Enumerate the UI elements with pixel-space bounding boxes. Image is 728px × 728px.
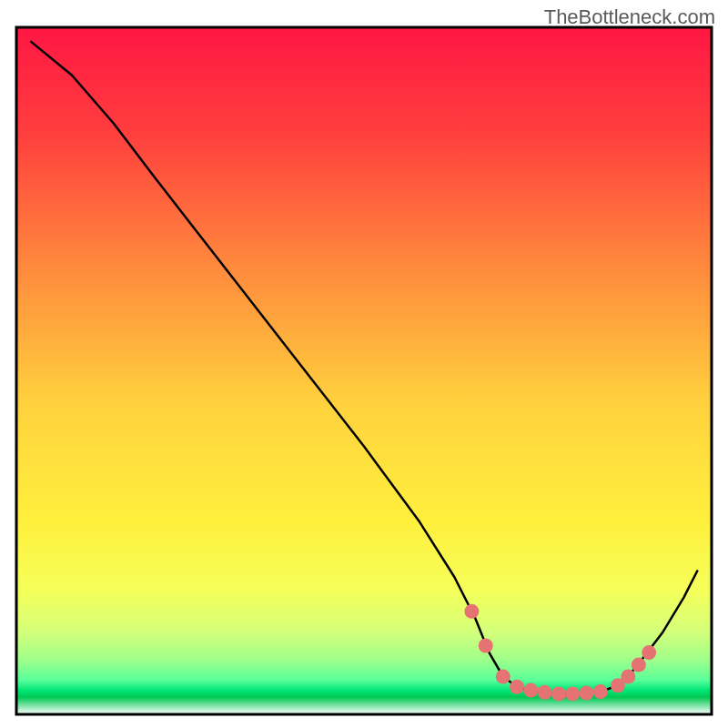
gradient-background <box>16 27 712 714</box>
chart-svg <box>0 0 728 728</box>
data-marker <box>593 684 608 699</box>
data-marker <box>496 670 511 684</box>
data-marker <box>538 685 552 700</box>
data-marker <box>479 639 493 653</box>
data-marker <box>621 670 635 684</box>
bottleneck-chart: TheBottleneck.com <box>0 0 728 728</box>
data-marker <box>523 683 538 698</box>
data-marker <box>580 686 594 701</box>
data-marker <box>464 604 479 619</box>
watermark-text: TheBottleneck.com <box>544 5 715 29</box>
data-marker <box>551 686 566 701</box>
data-marker <box>632 658 646 672</box>
data-marker <box>642 645 656 660</box>
data-marker <box>565 686 580 701</box>
data-marker <box>510 680 524 694</box>
